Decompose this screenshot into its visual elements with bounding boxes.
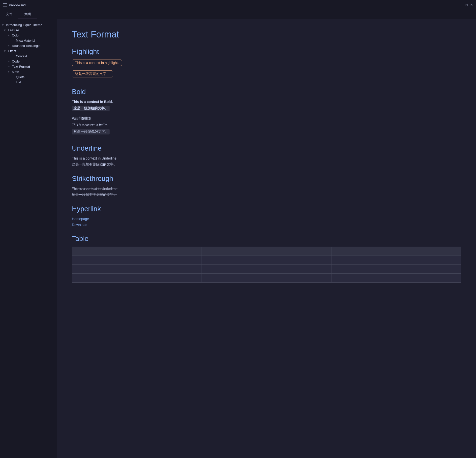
sidebar-item-label-code: Code	[12, 60, 20, 63]
table-cell	[331, 247, 461, 256]
table-row	[72, 247, 461, 256]
minimize-button[interactable]: —	[460, 3, 463, 6]
sidebar-item-mica[interactable]: Mica Material	[0, 38, 57, 43]
table-row	[72, 274, 461, 283]
bold-en: This is a context in Bold.	[72, 100, 461, 104]
sidebar-item-textformat[interactable]: > Text Format	[0, 64, 57, 69]
titlebar-title: Preview.md	[9, 3, 26, 7]
arrow-intro: ∨	[2, 24, 6, 26]
heading-italics: ####Italics	[72, 116, 461, 121]
sidebar: ∨ Introducing Liquid Theme ∨ Feature > C…	[0, 19, 57, 458]
underline-zh: 这是一段加有删除线的文字。	[72, 162, 461, 167]
bold-zh: 这是一段加粗的文字。	[72, 106, 110, 111]
arrow-color: >	[8, 34, 12, 37]
sidebar-item-label-color: Color	[12, 33, 20, 37]
heading-highlight: Highlight	[72, 48, 461, 56]
strikethrough-zh: 这是一段加有下划线的文字。	[72, 193, 461, 197]
arrow-effect: ∨	[4, 50, 8, 52]
link-homepage[interactable]: Homepage	[72, 217, 461, 221]
sidebar-item-label-intro: Introducing Liquid Theme	[6, 23, 42, 27]
sidebar-item-quote[interactable]: Quote	[0, 74, 57, 80]
table-cell	[72, 265, 202, 274]
highlight-box-en: This is a context in highlight.	[72, 60, 122, 66]
sidebar-item-context[interactable]: Context	[0, 54, 57, 59]
doc-title: Text Format	[72, 29, 461, 40]
strikethrough-en: This is a context in Underline.	[72, 187, 461, 191]
table-cell	[202, 274, 331, 283]
table-cell	[72, 274, 202, 283]
heading-bold: Bold	[72, 88, 461, 96]
table-row	[72, 265, 461, 274]
sidebar-item-label-textformat: Text Format	[12, 65, 30, 68]
underline-en: This is a context in Underline.	[72, 156, 461, 160]
sidebar-item-label-quote: Quote	[16, 75, 25, 79]
arrow-rounded: >	[8, 44, 12, 47]
sidebar-item-list[interactable]: List	[0, 80, 57, 85]
table-cell	[331, 274, 461, 283]
arrow-math: >	[8, 70, 12, 73]
sidebar-item-label-feature: Feature	[8, 28, 19, 32]
tab-files[interactable]: 文件	[0, 10, 18, 19]
highlight-en: This is a context in highlight.	[72, 60, 461, 68]
sidebar-item-label-math: Math	[12, 70, 19, 74]
tabbar: 文件 大綱	[0, 10, 476, 19]
main-layout: ∨ Introducing Liquid Theme ∨ Feature > C…	[0, 19, 476, 458]
arrow-textformat: >	[8, 65, 12, 68]
italic-zh: 这是一段倾斜的文字。	[72, 129, 110, 134]
doc-table	[72, 247, 461, 283]
heading-table: Table	[72, 235, 461, 243]
heading-underline: Underline	[72, 144, 461, 152]
sidebar-item-effect[interactable]: ∨ Effect	[0, 48, 57, 54]
sidebar-item-feature[interactable]: ∨ Feature	[0, 28, 57, 33]
bold-zh-wrap: 这是一段加粗的文字。	[72, 106, 461, 113]
content-area: Text Format Highlight This is a context …	[57, 19, 476, 458]
menu-icon[interactable]	[3, 3, 7, 6]
highlight-box-zh: 这是一段高亮的文字。	[72, 70, 113, 77]
titlebar: Preview.md — □ ✕	[0, 0, 476, 10]
table-row	[72, 256, 461, 265]
sidebar-item-label-rounded: Rounded Rectangle	[12, 44, 40, 48]
sidebar-item-label-effect: Effect	[8, 49, 16, 53]
sidebar-item-color[interactable]: > Color	[0, 33, 57, 38]
table-cell	[331, 256, 461, 265]
sidebar-item-label-context: Context	[16, 54, 27, 58]
tab-outline[interactable]: 大綱	[18, 10, 37, 19]
arrow-code: >	[8, 60, 12, 63]
sidebar-item-rounded[interactable]: > Rounded Rectangle	[0, 43, 57, 48]
close-button[interactable]: ✕	[470, 3, 473, 6]
titlebar-left: Preview.md	[3, 3, 26, 7]
heading-hyperlink: Hyperlink	[72, 205, 461, 213]
table-cell	[202, 247, 331, 256]
table-cell	[331, 265, 461, 274]
sidebar-item-math[interactable]: > Math	[0, 69, 57, 74]
sidebar-item-label-list: List	[16, 80, 21, 84]
arrow-feature: ∨	[4, 29, 8, 32]
heading-strikethrough: Strikethrough	[72, 175, 461, 183]
table-cell	[72, 256, 202, 265]
highlight-zh: 这是一段高亮的文字。	[72, 70, 461, 80]
sidebar-item-label-mica: Mica Material	[16, 39, 35, 42]
sidebar-item-intro[interactable]: ∨ Introducing Liquid Theme	[0, 22, 57, 28]
sidebar-item-code[interactable]: > Code	[0, 59, 57, 64]
table-cell	[202, 256, 331, 265]
table-cell	[72, 247, 202, 256]
link-download[interactable]: Download	[72, 223, 461, 227]
titlebar-controls: — □ ✕	[460, 3, 473, 6]
italic-zh-wrap: 这是一段倾斜的文字。	[72, 129, 461, 136]
restore-button[interactable]: □	[465, 3, 468, 6]
italic-en: This is a context in italics.	[72, 123, 461, 127]
table-cell	[202, 265, 331, 274]
